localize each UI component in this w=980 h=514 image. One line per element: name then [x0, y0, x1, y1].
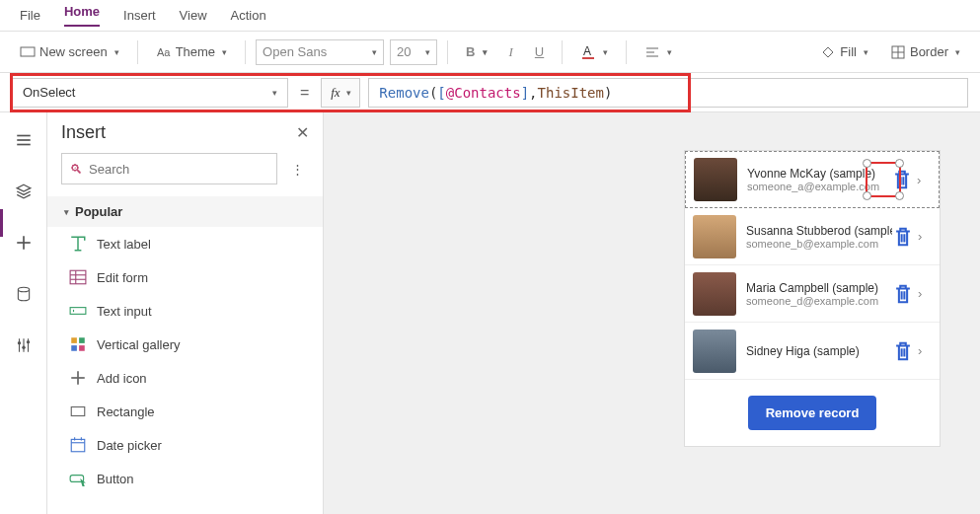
italic-button[interactable]: I [501, 40, 521, 64]
chevron-down-icon: ▾ [272, 88, 277, 98]
contact-name: Maria Campbell (sample) [746, 281, 892, 295]
svg-point-15 [18, 287, 29, 292]
property-value: OnSelect [23, 85, 75, 100]
insert-item-date-picker[interactable]: Date picker [47, 428, 323, 462]
new-screen-label: New screen [39, 44, 108, 59]
contact-email: someone_b@example.com [746, 238, 892, 250]
insert-item-text-input[interactable]: Text input [47, 294, 323, 328]
remove-record-button[interactable]: Remove record [748, 396, 877, 430]
chevron-down-icon: ▾ [603, 47, 608, 57]
property-select[interactable]: OnSelect ▾ [12, 78, 288, 108]
settings-rail-button[interactable] [8, 330, 39, 361]
search-icon: 🔍︎ [70, 162, 83, 177]
align-button[interactable]: ▾ [637, 40, 680, 64]
formula-token: Remove [379, 85, 429, 101]
search-field[interactable] [89, 162, 268, 177]
font-name-select[interactable]: Open Sans ▾ [256, 39, 384, 65]
svg-rect-35 [71, 439, 85, 451]
gallery-item[interactable]: Maria Campbell (sample) someone_d@exampl… [685, 265, 940, 323]
svg-point-20 [22, 346, 25, 349]
border-button[interactable]: Border ▾ [882, 40, 968, 64]
border-label: Border [910, 44, 948, 59]
formula-bar: OnSelect ▾ = fx ▾ Remove( [@Contacts], T… [0, 73, 980, 112]
svg-text:A: A [583, 44, 591, 58]
insert-item-vertical-gallery[interactable]: Vertical gallery [47, 328, 323, 361]
formula-input[interactable]: Remove( [@Contacts], ThisItem ) [368, 78, 968, 108]
insert-panel-title: Insert [61, 122, 106, 143]
chevron-right-icon[interactable]: › [918, 229, 932, 244]
chevron-down-icon: ▾ [222, 47, 227, 57]
svg-rect-0 [21, 47, 35, 56]
chevron-right-icon[interactable]: › [918, 286, 932, 301]
svg-rect-29 [79, 337, 85, 343]
insert-item-label: Text label [97, 237, 151, 252]
layers-button[interactable] [8, 176, 39, 207]
contact-name: Susanna Stubberod (sample) [746, 224, 892, 238]
delete-icon[interactable] [891, 169, 913, 190]
insert-rail-button[interactable] [8, 227, 39, 258]
data-rail-button[interactable] [8, 278, 39, 310]
menu-view[interactable]: View [180, 8, 207, 23]
divider [245, 40, 246, 64]
gallery-item[interactable]: Sidney Higa (sample) › [685, 323, 940, 380]
menu-file[interactable]: File [20, 8, 40, 23]
delete-icon[interactable] [892, 226, 914, 248]
chevron-down-icon: ▾ [955, 47, 960, 57]
design-canvas[interactable]: Yvonne McKay (sample) someone_a@example.… [324, 112, 980, 514]
svg-point-21 [26, 340, 29, 343]
delete-icon[interactable] [892, 340, 914, 362]
align-icon [644, 44, 660, 60]
gallery-item[interactable]: Yvonne McKay (sample) someone_a@example.… [685, 151, 940, 208]
insert-item-label: Date picker [97, 438, 162, 453]
insert-item-add-icon[interactable]: Add icon [47, 361, 323, 395]
gallery-item[interactable]: Susanna Stubberod (sample) someone_b@exa… [685, 208, 940, 265]
font-color-button[interactable]: A ▾ [572, 40, 616, 64]
avatar [693, 330, 736, 373]
bold-button[interactable]: B▾ [458, 40, 494, 63]
more-options-button[interactable]: ⋮ [285, 162, 309, 177]
avatar [694, 158, 737, 201]
button-icon [69, 470, 87, 487]
insert-item-button[interactable]: Button [47, 462, 323, 495]
divider [562, 40, 563, 64]
search-input[interactable]: 🔍︎ [61, 153, 277, 184]
theme-button[interactable]: Aa Theme ▾ [148, 40, 235, 64]
svg-text:Aa: Aa [157, 46, 171, 58]
chevron-right-icon[interactable]: › [918, 343, 932, 358]
close-icon[interactable]: ✕ [296, 123, 309, 142]
insert-item-text-label[interactable]: Text label [47, 227, 323, 260]
fx-button[interactable]: fx ▾ [321, 78, 360, 108]
underline-label: U [535, 44, 544, 59]
fx-label: fx [331, 85, 339, 101]
main-area: Insert ✕ 🔍︎ ⋮ ▾ Popular Text label Edit … [0, 112, 980, 514]
formula-token: ThisItem [538, 85, 604, 101]
insert-item-rectangle[interactable]: Rectangle [47, 395, 323, 428]
formula-token: , [529, 85, 537, 101]
underline-button[interactable]: U [527, 40, 552, 63]
category-header-popular[interactable]: ▾ Popular [47, 196, 323, 227]
font-name-value: Open Sans [263, 44, 327, 59]
tree-view-button[interactable] [8, 124, 39, 156]
font-size-select[interactable]: 20 ▾ [390, 39, 437, 65]
new-screen-button[interactable]: New screen ▾ [12, 40, 127, 64]
chevron-down-icon: ▾ [346, 88, 351, 98]
font-size-value: 20 [397, 44, 411, 59]
insert-item-label: Vertical gallery [97, 337, 181, 352]
menu-insert[interactable]: Insert [123, 8, 156, 23]
menu-home[interactable]: Home [64, 4, 100, 27]
svg-rect-30 [71, 345, 77, 351]
date-picker-icon [69, 436, 87, 454]
formula-token: @Contacts [446, 85, 521, 101]
add-icon-icon [69, 369, 87, 387]
svg-rect-22 [70, 270, 86, 284]
divider [447, 40, 448, 64]
divider [137, 40, 138, 64]
menu-action[interactable]: Action [231, 8, 266, 23]
chevron-right-icon[interactable]: › [917, 173, 931, 187]
contact-email: someone_a@example.com [747, 181, 891, 192]
insert-item-label: Edit form [97, 270, 148, 285]
theme-icon: Aa [156, 44, 172, 60]
fill-button[interactable]: Fill ▾ [812, 40, 876, 64]
insert-item-edit-form[interactable]: Edit form [47, 260, 323, 294]
delete-icon[interactable] [892, 283, 914, 305]
